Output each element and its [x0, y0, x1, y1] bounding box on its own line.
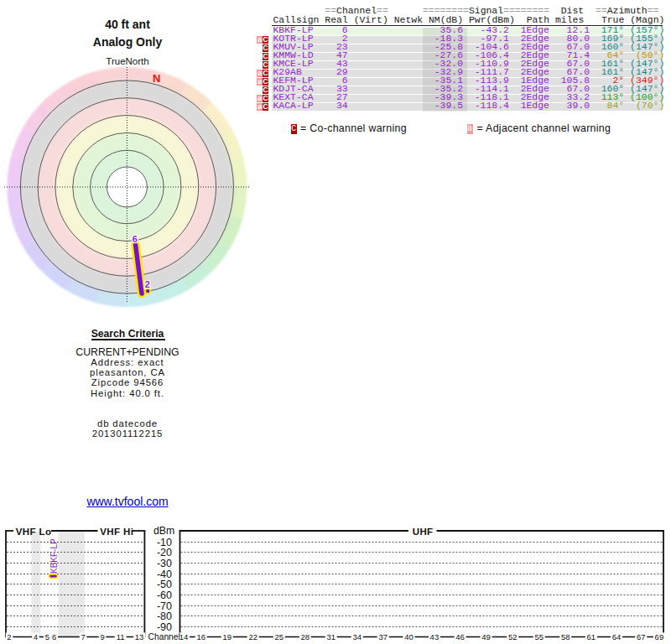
svg-text:19: 19: [222, 632, 231, 641]
svg-text:2: 2: [7, 632, 11, 641]
svg-text:13: 13: [135, 632, 144, 641]
svg-text:43: 43: [430, 632, 440, 641]
svg-text:31: 31: [326, 632, 336, 641]
svg-text:VHF Hi: VHF Hi: [100, 527, 133, 537]
svg-text:-50: -50: [157, 579, 172, 590]
svg-text:7: 7: [81, 632, 85, 641]
svg-text:67: 67: [637, 632, 646, 641]
svg-text:4: 4: [34, 632, 38, 641]
svg-text:37: 37: [378, 632, 388, 641]
svg-text:46: 46: [455, 632, 465, 641]
svg-text:64: 64: [612, 632, 622, 641]
svg-text:KBKF-LP: KBKF-LP: [49, 538, 59, 574]
svg-text:25: 25: [274, 632, 283, 641]
svg-text:-30: -30: [157, 558, 172, 569]
svg-text:61: 61: [587, 632, 596, 641]
svg-text:58: 58: [561, 632, 570, 641]
svg-text:-80: -80: [157, 610, 172, 622]
svg-text:VHF Lo: VHF Lo: [16, 527, 52, 537]
svg-text:UHF: UHF: [413, 527, 434, 537]
svg-text:34: 34: [352, 632, 362, 641]
svg-text:Channel: Channel: [148, 632, 180, 641]
svg-text:22: 22: [248, 632, 257, 641]
svg-text:14: 14: [179, 632, 189, 641]
svg-text:16: 16: [196, 632, 205, 641]
svg-text:dBm: dBm: [153, 525, 174, 537]
svg-text:69: 69: [655, 632, 664, 641]
svg-text:40: 40: [404, 632, 414, 641]
svg-text:6: 6: [52, 632, 56, 641]
svg-text:9: 9: [100, 632, 104, 641]
svg-text:-20: -20: [157, 547, 172, 558]
svg-text:28: 28: [300, 632, 309, 641]
svg-text:-60: -60: [157, 589, 172, 601]
svg-text:-90: -90: [157, 621, 172, 633]
svg-text:49: 49: [481, 632, 491, 641]
svg-text:55: 55: [534, 632, 544, 641]
svg-text:52: 52: [508, 632, 518, 641]
svg-text:11: 11: [117, 632, 125, 641]
svg-text:5: 5: [45, 632, 49, 641]
